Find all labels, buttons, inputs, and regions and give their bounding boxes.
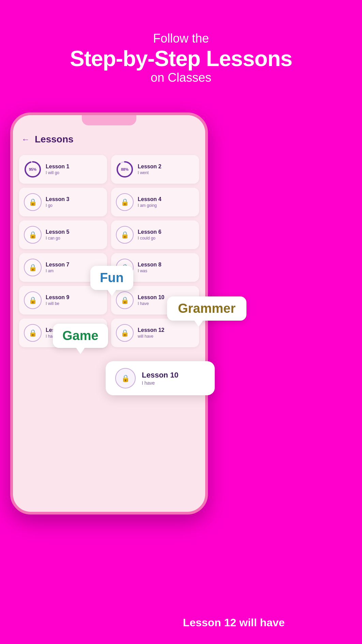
lesson1-pct: 95%: [29, 167, 36, 171]
lessons-grid: 95% Lesson 1 I will go 88% Lesson 2 I we…: [13, 152, 205, 351]
lesson5-name: Lesson 5: [46, 229, 69, 235]
lock-icon: 🔒: [29, 296, 37, 304]
lock-icon: 🔒: [29, 263, 37, 272]
lesson10-desc: I have: [138, 301, 164, 306]
lock-icon: 🔒: [121, 198, 129, 206]
lesson2-progress: 88%: [116, 160, 134, 178]
lesson4-info: Lesson 4 I am going: [138, 196, 161, 208]
lesson-card-5[interactable]: 🔒 Lesson 5 I can go: [19, 220, 107, 249]
lesson3-lock: 🔒: [24, 193, 42, 211]
lesson6-lock: 🔒: [116, 226, 134, 244]
lesson2-desc: I went: [138, 170, 161, 175]
lesson10-name: Lesson 10: [138, 294, 164, 301]
lesson9-lock: 🔒: [24, 291, 42, 309]
lesson-card-1[interactable]: 95% Lesson 1 I will go: [19, 155, 107, 184]
lesson7-lock: 🔒: [24, 259, 42, 276]
lesson10-bubble[interactable]: 🔒 Lesson 10 I have: [106, 361, 215, 395]
lesson2-info: Lesson 2 I went: [138, 164, 161, 175]
lesson12-info: Lesson 12 will have: [138, 327, 164, 339]
lesson3-info: Lesson 3 I go: [46, 196, 69, 208]
lesson9-name: Lesson 9: [46, 294, 69, 301]
lock-icon: 🔒: [121, 231, 129, 239]
lesson1-info: Lesson 1 I will go: [46, 164, 69, 175]
fun-bubble: Fun: [90, 266, 133, 290]
lesson-card-2[interactable]: 88% Lesson 2 I went: [111, 155, 199, 184]
phone-notch: [82, 115, 136, 125]
lesson4-name: Lesson 4: [138, 196, 161, 202]
lesson5-desc: I can go: [46, 236, 69, 241]
bottom-annotation: Lesson 12 will have: [112, 615, 355, 630]
lesson12-lock: 🔒: [116, 324, 134, 342]
lesson10-lock: 🔒: [116, 291, 134, 309]
bottom-annotation-text: Lesson 12 will have: [112, 615, 355, 630]
header-title: Step-by-Step Lessons: [0, 47, 362, 71]
lesson8-name: Lesson 8: [138, 262, 161, 268]
lesson7-name: Lesson 7: [46, 262, 69, 268]
lesson6-info: Lesson 6 I could go: [138, 229, 161, 241]
lock-icon: 🔒: [29, 198, 37, 206]
lock-icon: 🔒: [29, 329, 37, 337]
lesson8-info: Lesson 8 I was: [138, 262, 161, 273]
lesson2-pct: 88%: [121, 167, 129, 171]
lesson-card-9[interactable]: 🔒 Lesson 9 I will be: [19, 286, 107, 315]
lesson1-progress: 95%: [24, 160, 42, 178]
lesson7-desc: I am: [46, 269, 69, 273]
lesson1-desc: I will go: [46, 170, 69, 175]
lesson11-lock: 🔒: [24, 324, 42, 342]
lesson-card-4[interactable]: 🔒 Lesson 4 I am going: [111, 188, 199, 216]
lesson12-desc: will have: [138, 334, 164, 339]
header-subtitle: Follow the: [0, 31, 362, 47]
lesson10-lock-circle: 🔒: [115, 368, 136, 388]
lesson9-desc: I will be: [46, 301, 69, 306]
lesson-card-6[interactable]: 🔒 Lesson 6 I could go: [111, 220, 199, 249]
lesson6-desc: I could go: [138, 236, 161, 241]
lock-icon: 🔒: [29, 231, 37, 239]
game-bubble: Game: [53, 324, 108, 348]
lesson5-lock: 🔒: [24, 226, 42, 244]
lesson-card-3[interactable]: 🔒 Lesson 3 I go: [19, 188, 107, 216]
lesson6-name: Lesson 6: [138, 229, 161, 235]
lesson2-name: Lesson 2: [138, 164, 161, 170]
back-button[interactable]: ←: [21, 135, 30, 144]
lesson12-name: Lesson 12: [138, 327, 164, 333]
header-section: Follow the Step-by-Step Lessons on Class…: [0, 0, 362, 98]
lesson1-name: Lesson 1: [46, 164, 69, 170]
grammer-bubble: Grammer: [167, 296, 246, 321]
lesson4-lock: 🔒: [116, 193, 134, 211]
lesson4-desc: I am going: [138, 203, 161, 208]
lock-icon: 🔒: [121, 296, 129, 304]
lesson10-info: Lesson 10 I have: [138, 294, 164, 306]
lesson10-desc: I have: [142, 380, 179, 386]
lock-icon: 🔒: [121, 329, 129, 337]
lesson9-info: Lesson 9 I will be: [46, 294, 69, 306]
lesson-card-12[interactable]: 🔒 Lesson 12 will have: [111, 319, 199, 347]
lesson10-info: Lesson 10 I have: [142, 371, 179, 386]
lock-icon: 🔒: [121, 374, 130, 382]
lesson10-name: Lesson 10: [142, 371, 179, 380]
lesson5-info: Lesson 5 I can go: [46, 229, 69, 241]
lesson3-name: Lesson 3: [46, 196, 69, 202]
lesson3-desc: I go: [46, 203, 69, 208]
app-title: Lessons: [35, 134, 74, 145]
lesson7-info: Lesson 7 I am: [46, 262, 69, 273]
header-tagline: on Classes: [0, 71, 362, 85]
lesson8-desc: I was: [138, 269, 161, 273]
